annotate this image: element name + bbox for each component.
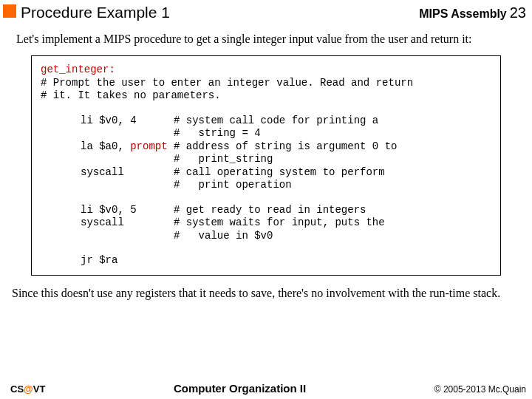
code-instr: [41, 153, 174, 166]
code-box: get_integer: # Prompt the user to enter …: [31, 55, 501, 276]
code-symbol: prompt: [130, 140, 167, 152]
code-comment: # print_string: [174, 153, 491, 166]
at-glyph: @: [24, 383, 33, 395]
footer-copyright: © 2005-2013 Mc.Quain: [434, 384, 526, 395]
intro-text: Let's implement a MIPS procedure to get …: [0, 26, 532, 52]
code-row: syscall # system waits for input, puts t…: [41, 216, 491, 230]
code-row: la $a0, prompt # address of string is ar…: [41, 140, 491, 154]
code-instr: syscall: [41, 166, 174, 180]
code-row: # value in $v0: [41, 230, 491, 243]
code-comment: # system call code for printing a: [174, 115, 491, 128]
code-comment: # address of string is argument 0 to: [174, 140, 491, 154]
code-instr: li $v0, 4: [41, 115, 174, 128]
slide-title: Procedure Example 1: [21, 4, 419, 21]
code-comment: # call operating system to perform: [174, 166, 491, 180]
code-instr: la $a0, prompt: [41, 140, 174, 154]
code-instr: syscall: [41, 216, 174, 230]
footer-left: CS@VT: [10, 383, 45, 395]
code-label: get_integer:: [41, 64, 115, 75]
slide-footer: CS@VT Computer Organization II © 2005-20…: [0, 382, 532, 396]
code-row: # string = 4: [41, 127, 491, 140]
code-row: li $v0, 4 # system call code for printin…: [41, 115, 491, 128]
code-comment: # string = 4: [174, 127, 491, 140]
code-instr: li $v0, 5: [41, 204, 174, 217]
code-comment: # value in $v0: [174, 230, 491, 243]
code-row: # print_string: [41, 153, 491, 166]
code-header: get_integer: # Prompt the user to enter …: [41, 64, 491, 103]
code-jr: jr $ra: [41, 254, 491, 267]
footer-center: Computer Organization II: [45, 382, 434, 395]
code-comment: # system waits for input, puts the: [174, 216, 491, 230]
code-instr: [41, 127, 174, 140]
code-comment-1: # Prompt the user to enter an integer va…: [41, 77, 413, 89]
code-row: syscall # call operating system to perfo…: [41, 166, 491, 180]
page-number: 23: [510, 4, 526, 21]
slide-subheading: MIPS Assembly: [419, 7, 507, 21]
code-comment: # get ready to read in integers: [174, 204, 491, 217]
accent-square-icon: [3, 4, 16, 18]
outro-text: Since this doesn't use any registers tha…: [0, 279, 532, 307]
code-comment: # print operation: [174, 179, 491, 192]
code-instr: [41, 179, 174, 192]
code-row: li $v0, 5 # get ready to read in integer…: [41, 204, 491, 217]
code-instr: [41, 230, 174, 243]
code-comment-2: # it. It takes no parameters.: [41, 89, 221, 101]
slide-header: Procedure Example 1 MIPS Assembly 23: [0, 0, 532, 26]
code-row: # print operation: [41, 179, 491, 192]
